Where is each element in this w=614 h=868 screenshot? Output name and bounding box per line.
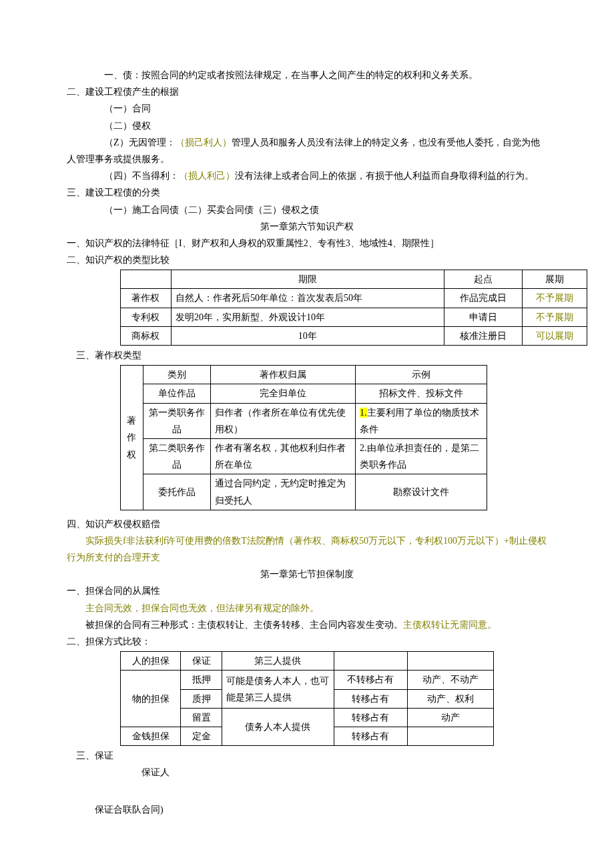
cell: 展期: [523, 270, 587, 289]
text-olive: （损人利己）: [179, 171, 235, 181]
para-debt-definition: 一、债：按照合同的约定或者按照法律规定，在当事人之间产生的特定的权利和义务关系。: [67, 67, 547, 83]
para-basis-3: （Z）无因管理：（损己利人）管理人员和服务人员没有法律上的特定义务，也没有受他人…: [67, 134, 547, 167]
cell: 1.主要利用了单位的物质技术条件: [356, 403, 487, 438]
table-guarantee-compare: 人的担保 保证 第三人提供 物的担保 抵押 可能是债务人本人，也可能是第三人提供…: [120, 651, 494, 746]
text: （四）不当得利：: [104, 171, 179, 181]
cell: 保证: [181, 652, 222, 671]
text: （Z）无因管理：: [104, 137, 176, 147]
text: 被担保的合同有三种形式：主债权转让、主债务转移、主合同内容发生变动。: [85, 620, 403, 630]
para-baozheng-heading: 三、保证: [67, 747, 547, 764]
para-debt-types: （一）施工合同债（二）买卖合同债（三）侵权之债: [67, 201, 547, 218]
para-guarantee-sub-heading: 一、担保合同的从属性: [67, 582, 547, 599]
cell: [407, 727, 493, 745]
cell: 留置: [181, 708, 222, 727]
highlight: 1.: [360, 408, 367, 418]
para-debt-types-heading: 三、建设工程债的分类: [67, 184, 547, 201]
cell: 商标权: [121, 326, 172, 345]
cell: 示例: [356, 366, 487, 384]
cell-side: 著作权: [121, 366, 143, 510]
section-6-title: 第一章第六节知识产权: [67, 218, 547, 235]
cell: 作者有署名权，其他权利归作者所在单位: [210, 438, 355, 474]
cell: 不予展期: [523, 289, 587, 308]
cell: 专利权: [121, 308, 172, 326]
para-copyright-types-heading: 三、著作权类型: [67, 347, 547, 364]
text-olive: （损己利人）: [176, 137, 232, 147]
cell: 动产、权利: [407, 689, 493, 708]
cell: 转移占有: [334, 689, 407, 708]
text-olive: 主债权转让无需同意。: [403, 620, 497, 630]
para-ip-features: 一、知识产权的法律特征［I、财产权和人身权的双重属性2、专有性3、地域性4、期限…: [67, 235, 547, 252]
cell: 招标文件、投标文件: [356, 384, 487, 403]
table-copyright-types: 著作权 类别 著作权归属 示例 单位作品 完全归单位 招标文件、投标文件 第一类…: [120, 365, 487, 510]
cell: 第二类职务作品: [143, 438, 210, 474]
para-ip-compare-heading: 二、知识产权的类型比较: [67, 252, 547, 268]
cell: 著作权: [121, 289, 172, 308]
cell: 期限: [171, 270, 444, 289]
cell: 著作权归属: [210, 366, 355, 384]
cell: 债务人本人提供: [222, 708, 334, 745]
cell: 金钱担保: [121, 727, 181, 745]
cell: 核准注册日: [444, 326, 523, 345]
cell: 转移占有: [334, 708, 407, 727]
para-guarantee-invalid: 主合同无效，担保合同也无效，但法律另有规定的除外。: [67, 600, 547, 616]
cell: 动产: [407, 708, 493, 727]
cell: 第三人提供: [222, 652, 334, 671]
cell: 物的担保: [121, 671, 181, 727]
cell: 完全归单位: [210, 384, 355, 403]
para-guarantee-compare-heading: 二、担保方式比较：: [67, 633, 547, 650]
para-ip-infringement: 实际损失f非法获利f许可使用费的倍数T法院酌情（著作权、商标权50万元以下，专利…: [67, 532, 547, 566]
cell: 勘察设计文件: [356, 474, 487, 510]
para-basis-1: （一）合同: [67, 100, 547, 117]
cell: [121, 270, 172, 289]
cell: 起点: [444, 270, 523, 289]
cell: 第一类职务作品: [143, 403, 210, 438]
cell: 发明20年，实用新型、外观设计10年: [171, 308, 444, 326]
table-ip-compare: 期限 起点 展期 著作权 自然人：作者死后50年单位：首次发表后50年 作品完成…: [120, 270, 587, 346]
cell: 转移占有: [334, 727, 407, 745]
cell: 定金: [181, 727, 222, 745]
cell: 10年: [171, 326, 444, 345]
cell: 申请日: [444, 308, 523, 326]
para-basis-heading: 二、建设工程债产生的根据: [67, 83, 547, 100]
cell: 单位作品: [143, 384, 210, 403]
para-ip-infringement-heading: 四、知识产权侵权赔偿: [67, 516, 547, 532]
cell: 动产、不动产: [407, 671, 493, 689]
cell: [407, 652, 493, 671]
cell: 2.由单位承担责任的，是第二类职务作品: [356, 438, 487, 474]
cell: 不予展期: [523, 308, 587, 326]
text: 没有法律上或者合同上的依据，有损于他人利益而自身取得利益的行为。: [235, 171, 534, 181]
cell: 可以展期: [523, 326, 587, 345]
cell: 质押: [181, 689, 222, 708]
cell: 通过合同约定，无约定时推定为归受托人: [210, 474, 355, 510]
para-baozheng-contract: 保证合联队合同): [67, 801, 547, 818]
cell: 自然人：作者死后50年单位：首次发表后50年: [171, 289, 444, 308]
cell: 委托作品: [143, 474, 210, 510]
section-7-title: 第一章第七节担保制度: [67, 566, 547, 582]
para-baozhengren: 保证人: [67, 764, 547, 781]
para-guarantee-forms: 被担保的合同有三种形式：主债权转让、主债务转移、主合同内容发生变动。主债权转让无…: [67, 616, 547, 633]
cell: [334, 652, 407, 671]
cell: 人的担保: [121, 652, 181, 671]
cell: 可能是债务人本人，也可能是第三人提供: [222, 671, 334, 708]
cell: 类别: [143, 366, 210, 384]
cell: 不转移占有: [334, 671, 407, 689]
cell: 抵押: [181, 671, 222, 689]
para-basis-4: （四）不当得利：（损人利己）没有法律上或者合同上的依据，有损于他人利益而自身取得…: [67, 167, 547, 184]
text: 主要利用了单位的物质技术条件: [360, 408, 479, 434]
para-basis-2: （二）侵权: [67, 117, 547, 134]
cell: 归作者（作者所在单位有优先使用权）: [210, 403, 355, 438]
cell: 作品完成日: [444, 289, 523, 308]
